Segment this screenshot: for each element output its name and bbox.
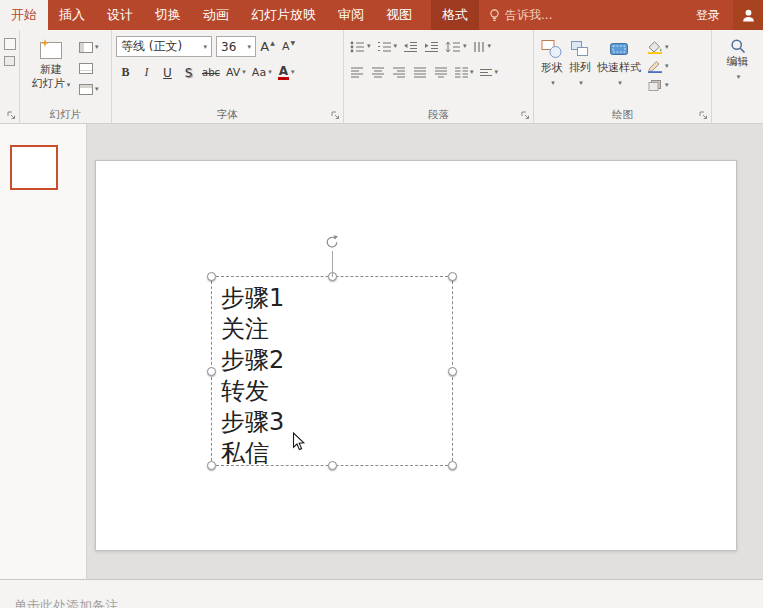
sign-in-button[interactable]: 登录 xyxy=(683,0,733,30)
font-size-value: 36 xyxy=(221,40,236,54)
notes-pane[interactable]: 单击此处添加备注 xyxy=(0,579,763,608)
arrange-button[interactable]: 排列 xyxy=(566,36,594,107)
shape-fill-button[interactable] xyxy=(646,39,670,56)
align-text-icon xyxy=(480,67,493,78)
numbering-icon xyxy=(377,41,392,53)
drawing-dialog-launcher-icon[interactable] xyxy=(698,110,709,121)
textbox-line-4: 转发 xyxy=(221,376,452,407)
tab-design[interactable]: 设计 xyxy=(96,0,144,30)
drawing-mini-buttons xyxy=(646,36,670,107)
editing-button[interactable]: 编辑 xyxy=(724,36,752,107)
layout-button[interactable] xyxy=(78,38,100,56)
slides-group-label: 幻灯片 xyxy=(20,108,111,122)
clipboard-group-partial xyxy=(0,30,20,123)
tab-review[interactable]: 审阅 xyxy=(327,0,375,30)
tab-home[interactable]: 开始 xyxy=(0,0,48,30)
font-dialog-launcher-icon[interactable] xyxy=(330,110,341,121)
textbox-line-3: 步骤2 xyxy=(221,345,452,376)
shapes-icon xyxy=(541,38,563,60)
change-case-button[interactable]: Aa xyxy=(250,62,274,83)
bullets-button[interactable] xyxy=(348,36,373,57)
arrange-caret-icon xyxy=(577,75,583,88)
columns-button[interactable] xyxy=(453,62,476,83)
shrink-font-icon: ▼ xyxy=(290,39,295,46)
rotation-handle-icon[interactable] xyxy=(324,234,340,250)
align-left-button[interactable] xyxy=(348,62,367,83)
account-button[interactable] xyxy=(733,0,763,30)
editing-canvas[interactable]: 步骤1 关注 步骤2 转发 步骤3 私信 xyxy=(87,124,763,579)
textbox-text[interactable]: 步骤1 关注 步骤2 转发 步骤3 私信 xyxy=(212,277,452,469)
clipboard-dialog-launcher-icon[interactable] xyxy=(6,110,17,121)
tab-slideshow[interactable]: 幻灯片放映 xyxy=(240,0,327,30)
decrease-indent-button[interactable] xyxy=(401,36,420,57)
section-button[interactable] xyxy=(78,80,100,98)
strikethrough-button[interactable]: abc xyxy=(200,62,222,83)
grow-font-button[interactable]: A▲ xyxy=(258,36,277,57)
shape-outline-button[interactable] xyxy=(646,58,670,75)
shape-effects-button[interactable] xyxy=(646,77,670,94)
tabbar-spacer xyxy=(562,0,683,30)
italic-button[interactable]: I xyxy=(137,62,156,83)
increase-indent-button[interactable] xyxy=(422,36,441,57)
person-icon xyxy=(741,8,756,23)
tell-me-search[interactable]: 告诉我... xyxy=(479,0,562,30)
editing-label: 编辑 xyxy=(727,55,749,68)
font-group-label: 字体 xyxy=(112,108,343,122)
slide-thumbnail-panel[interactable] xyxy=(0,124,87,579)
resize-handle-w[interactable] xyxy=(207,367,216,376)
resize-handle-s[interactable] xyxy=(328,461,337,470)
tab-transitions[interactable]: 切换 xyxy=(144,0,192,30)
shape-fill-icon xyxy=(647,41,663,54)
layout-icon xyxy=(79,42,93,53)
font-group: 等线 (正文) 36 A▲ A▼ B I U S abc AV Aa A xyxy=(112,30,344,123)
format-painter-icon[interactable] xyxy=(4,56,15,66)
distribute-button[interactable] xyxy=(432,62,451,83)
reset-button[interactable] xyxy=(78,59,100,77)
slide-1-thumbnail[interactable] xyxy=(10,145,58,190)
slide[interactable]: 步骤1 关注 步骤2 转发 步骤3 私信 xyxy=(95,160,737,551)
paragraph-group: 段落 xyxy=(344,30,534,123)
grow-font-icon: ▲ xyxy=(270,39,275,46)
numbering-button[interactable] xyxy=(375,36,400,57)
resize-handle-se[interactable] xyxy=(448,461,457,470)
drawing-group: 形状 排列 快速样式 xyxy=(534,30,712,123)
font-size-combo[interactable]: 36 xyxy=(216,36,256,57)
shapes-caret-icon xyxy=(549,75,555,88)
tab-insert[interactable]: 插入 xyxy=(48,0,96,30)
underline-button[interactable]: U xyxy=(158,62,177,83)
font-name-combo[interactable]: 等线 (正文) xyxy=(116,36,212,57)
tab-format[interactable]: 格式 xyxy=(431,0,479,30)
shrink-font-button[interactable]: A▼ xyxy=(279,36,298,57)
bold-button[interactable]: B xyxy=(116,62,135,83)
quick-styles-button[interactable]: 快速样式 xyxy=(594,36,644,107)
resize-handle-e[interactable] xyxy=(448,367,457,376)
text-shadow-button[interactable]: S xyxy=(179,62,198,83)
font-color-swatch: A xyxy=(278,65,289,80)
align-text-button[interactable] xyxy=(478,62,501,83)
justify-button[interactable] xyxy=(411,62,430,83)
quick-styles-label: 快速样式 xyxy=(597,61,641,74)
increase-indent-icon xyxy=(424,41,439,53)
align-right-button[interactable] xyxy=(390,62,409,83)
line-spacing-button[interactable] xyxy=(443,36,469,57)
shapes-button[interactable]: 形状 xyxy=(538,36,566,107)
new-slide-button[interactable]: 新建 幻灯片 xyxy=(24,36,78,107)
resize-handle-sw[interactable] xyxy=(207,461,216,470)
align-center-button[interactable] xyxy=(369,62,388,83)
character-spacing-button[interactable]: AV xyxy=(224,62,248,83)
paste-options-icon[interactable] xyxy=(4,38,16,50)
text-direction-button[interactable] xyxy=(471,36,494,57)
selected-textbox[interactable]: 步骤1 关注 步骤2 转发 步骤3 私信 xyxy=(211,276,453,466)
shape-effects-icon xyxy=(647,79,663,92)
columns-icon xyxy=(455,67,468,78)
align-left-icon xyxy=(351,67,364,78)
resize-handle-nw[interactable] xyxy=(207,272,216,281)
tab-view[interactable]: 视图 xyxy=(375,0,423,30)
align-center-icon xyxy=(372,67,385,78)
editing-group: 编辑 xyxy=(712,30,763,123)
drawing-group-label: 绘图 xyxy=(534,108,711,122)
resize-handle-ne[interactable] xyxy=(448,272,457,281)
font-color-button[interactable]: A xyxy=(276,62,297,83)
paragraph-dialog-launcher-icon[interactable] xyxy=(520,110,531,121)
tab-animations[interactable]: 动画 xyxy=(192,0,240,30)
